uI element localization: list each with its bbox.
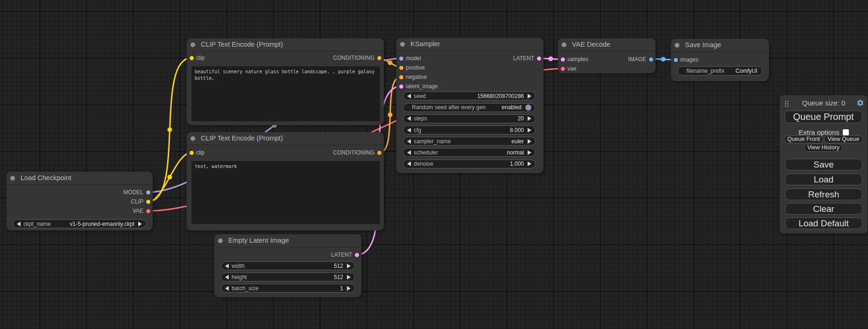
gear-icon-path [857,100,863,106]
node-title-bar[interactable]: CLIP Text Encode (Prompt) [187,38,384,51]
widget-steps[interactable]: steps 20 [403,114,536,123]
node-status-dot-icon[interactable] [191,42,195,47]
decrement-arrow-icon[interactable] [407,161,411,166]
widget-filename-prefix[interactable]: filename_prefix ComfyUI [677,66,762,76]
widget-height[interactable]: height 512 [221,273,355,281]
port-dot-clip[interactable] [146,200,150,204]
increment-arrow-icon[interactable] [347,275,351,280]
increment-arrow-icon[interactable] [347,286,351,291]
node-status-dot-icon[interactable] [675,43,679,48]
node-title: CLIP Text Encode (Prompt) [201,38,283,51]
decrement-arrow-icon[interactable] [407,94,411,98]
refresh-button[interactable]: Refresh [785,189,862,200]
node-title-bar[interactable]: Save Image [671,39,769,52]
node-title-bar[interactable]: CLIP Text Encode (Prompt) [187,132,384,145]
port-dot-model[interactable] [146,190,150,195]
node-title: Load Checkpoint [21,172,71,184]
extra-options-checkbox[interactable] [843,129,849,135]
widget-width[interactable]: width 512 [221,261,355,270]
port-dot-latent[interactable] [355,253,359,257]
port-dot-vae[interactable] [561,67,565,71]
load-default-button[interactable]: Load Default [785,217,862,229]
port-dot-image[interactable] [649,57,653,62]
node-ksampler[interactable]: KSampler model positive negative latent_… [396,38,543,173]
node-title: KSampler [410,38,440,50]
port-dot-model[interactable] [399,56,403,61]
queue-prompt-button[interactable]: Queue Prompt [784,111,862,123]
link-dot-clip-positive[interactable] [168,127,172,132]
port-dot-conditioning[interactable] [377,56,381,60]
port-dot-vae[interactable] [146,209,150,213]
node-save-image[interactable]: Save Image images filename_prefix ComfyU… [671,39,769,81]
port-dot-clip[interactable] [190,56,194,60]
node-vae-decode[interactable]: VAE Decode samples vae IMAGE [558,38,656,73]
node-status-dot-icon[interactable] [191,136,195,141]
decrement-arrow-icon[interactable] [407,150,411,155]
port-dot-image[interactable] [674,58,678,62]
node-title: VAE Decode [572,38,610,51]
link-dot-conditioning-positive[interactable] [388,61,393,65]
port-dot-latent[interactable] [561,57,565,62]
decrement-arrow-icon[interactable] [407,116,411,121]
save-button[interactable]: Save [785,159,862,170]
increment-arrow-icon[interactable] [347,264,351,268]
node-empty-latent-image[interactable]: Empty Latent Image LATENT width 512 heig… [214,234,361,297]
settings-gear-icon[interactable] [856,99,864,107]
load-button[interactable]: Load [785,174,862,185]
decrement-arrow-icon[interactable] [407,139,411,144]
widget-batch-size[interactable]: batch_size 1 [221,284,355,293]
node-title-bar[interactable]: VAE Decode [558,38,656,51]
node-status-dot-icon[interactable] [400,42,405,47]
link-dot-image[interactable] [661,57,666,62]
link-dot-latent-samples[interactable] [549,56,553,61]
port-dot-conditioning[interactable] [399,75,403,79]
port-dot-latent[interactable] [399,84,403,89]
increment-arrow-icon[interactable] [528,94,531,98]
clear-button[interactable]: Clear [785,203,862,215]
link-dot-conditioning-negative[interactable] [388,112,393,117]
node-title-bar[interactable]: KSampler [396,38,543,51]
widget-seed[interactable]: seed 156680208700286 [403,91,536,100]
negative-prompt-textarea[interactable]: text, watermark [191,161,380,224]
increment-arrow-icon[interactable] [138,222,142,226]
toggle-on-icon[interactable] [525,105,531,111]
port-dot-conditioning[interactable] [399,66,403,70]
view-queue-button[interactable]: View Queue [824,135,863,143]
view-history-button[interactable]: View History [804,144,843,152]
link-dot-clip-negative[interactable] [168,175,172,180]
increment-arrow-icon[interactable] [528,150,531,155]
port-dot-conditioning[interactable] [377,151,381,155]
decrement-arrow-icon[interactable] [225,264,229,268]
node-load-checkpoint[interactable]: Load Checkpoint MODEL CLIP VAE ckpt_name… [7,172,153,231]
increment-arrow-icon[interactable] [528,128,531,133]
decrement-arrow-icon[interactable] [225,275,229,280]
widget-random-seed-toggle[interactable]: Random seed after every gen enabled [403,103,536,112]
node-clip-text-encode-negative[interactable]: CLIP Text Encode (Prompt) clip CONDITION… [187,132,384,231]
widget-sampler-name[interactable]: sampler_name euler [403,137,536,146]
port-dot-clip[interactable] [190,151,194,155]
node-title: Empty Latent Image [228,234,289,247]
node-graph-canvas[interactable]: Load Checkpoint MODEL CLIP VAE ckpt_name… [0,0,868,329]
increment-arrow-icon[interactable] [528,161,531,166]
positive-prompt-textarea[interactable]: beautiful scenery nature glass bottle la… [191,66,380,121]
node-title: Save Image [685,39,721,51]
widget-scheduler[interactable]: scheduler normal [403,148,536,157]
port-dot-latent[interactable] [537,56,541,61]
queue-front-button[interactable]: Queue Front [784,135,823,143]
decrement-arrow-icon[interactable] [225,286,229,291]
node-title-bar[interactable]: Empty Latent Image [214,234,361,247]
increment-arrow-icon[interactable] [528,116,531,121]
node-clip-text-encode-positive[interactable]: CLIP Text Encode (Prompt) clip CONDITION… [187,38,384,125]
node-status-dot-icon[interactable] [10,176,15,181]
widget-denoise[interactable]: denoise 1.000 [403,160,536,168]
widget-cfg[interactable]: cfg 8.000 [403,126,536,134]
node-title-bar[interactable]: Load Checkpoint [7,172,153,185]
node-status-dot-icon[interactable] [218,238,223,243]
decrement-arrow-icon[interactable] [407,128,411,133]
decrement-arrow-icon[interactable] [17,222,21,226]
node-title: CLIP Text Encode (Prompt) [201,132,283,145]
queue-size-label: Queue size: 0 [780,99,868,107]
increment-arrow-icon[interactable] [528,139,531,144]
widget-ckpt-name[interactable]: ckpt_name v1-5-pruned-emaonly.ckpt [13,219,146,228]
node-status-dot-icon[interactable] [562,42,566,47]
